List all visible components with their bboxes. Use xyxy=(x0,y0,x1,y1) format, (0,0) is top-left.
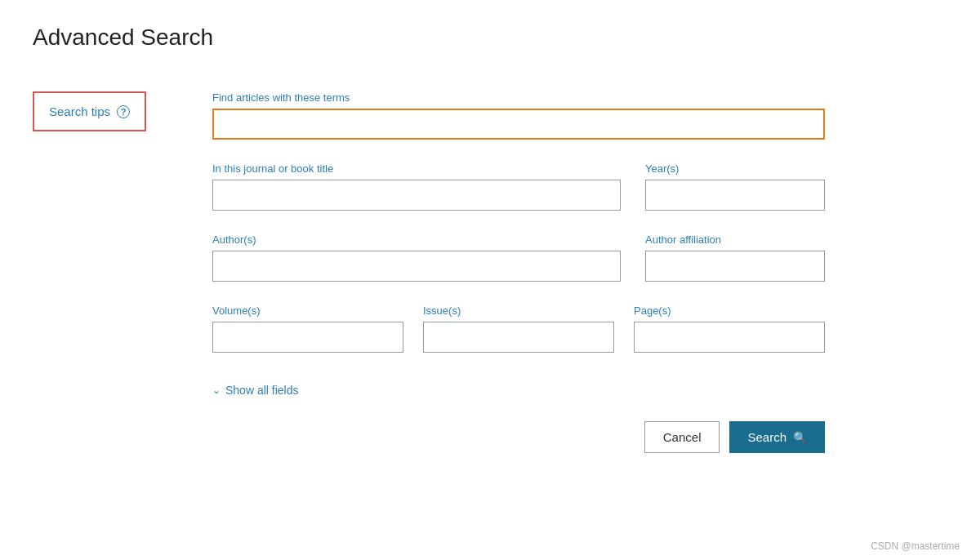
pages-input[interactable] xyxy=(634,322,825,353)
journal-year-row: In this journal or book title Year(s) xyxy=(212,162,825,233)
footer-watermark: CSDN @mastertime xyxy=(871,540,960,552)
find-articles-field: Find articles with these terms xyxy=(212,91,825,140)
bottom-actions: Cancel Search 🔍 xyxy=(212,421,825,453)
show-all-fields-toggle[interactable]: ⌄ Show all fields xyxy=(212,384,825,397)
cancel-button[interactable]: Cancel xyxy=(644,421,720,453)
search-icon: 🔍 xyxy=(793,431,807,444)
journal-field: In this journal or book title xyxy=(212,162,621,211)
authors-label: Author(s) xyxy=(212,233,621,246)
author-affil-label: Author affiliation xyxy=(645,233,825,246)
chevron-down-icon: ⌄ xyxy=(212,384,221,396)
year-field: Year(s) xyxy=(645,162,825,211)
volume-issue-page-row: Volume(s) Issue(s) Page(s) xyxy=(212,304,825,376)
issue-label: Issue(s) xyxy=(423,304,614,317)
show-all-fields-label: Show all fields xyxy=(225,384,299,397)
find-articles-input[interactable] xyxy=(212,109,825,140)
search-tips-box[interactable]: Search tips ? xyxy=(33,91,146,131)
years-input[interactable] xyxy=(645,180,825,211)
pages-label: Page(s) xyxy=(634,304,825,317)
volume-input[interactable] xyxy=(212,322,403,353)
authors-field: Author(s) xyxy=(212,233,621,282)
author-affil-input[interactable] xyxy=(645,251,825,282)
journal-input[interactable] xyxy=(212,180,621,211)
issue-field: Issue(s) xyxy=(423,304,614,353)
authors-input[interactable] xyxy=(212,251,621,282)
search-button[interactable]: Search 🔍 xyxy=(729,421,825,453)
author-affil-field: Author affiliation xyxy=(645,233,825,282)
help-icon: ? xyxy=(117,105,130,118)
search-button-label: Search xyxy=(747,430,787,444)
pages-field: Page(s) xyxy=(634,304,825,353)
find-articles-label: Find articles with these terms xyxy=(212,91,825,104)
journal-label: In this journal or book title xyxy=(212,162,621,175)
search-tips-label: Search tips xyxy=(49,104,110,118)
years-label: Year(s) xyxy=(645,162,825,175)
page-title: Advanced Search xyxy=(33,24,943,51)
author-row: Author(s) Author affiliation xyxy=(212,233,825,304)
issue-input[interactable] xyxy=(423,322,614,353)
volume-label: Volume(s) xyxy=(212,304,403,317)
volume-field: Volume(s) xyxy=(212,304,403,353)
